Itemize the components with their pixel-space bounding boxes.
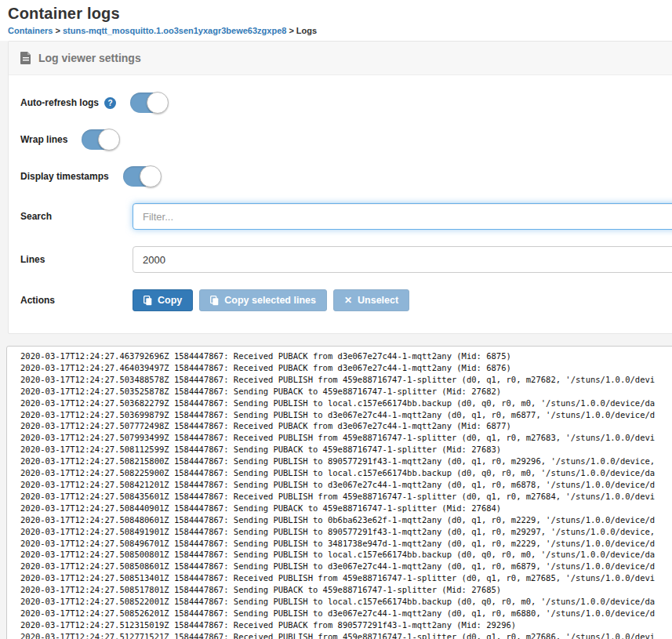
breadcrumb-current: Logs — [296, 26, 317, 35]
help-icon[interactable]: ? — [104, 97, 116, 109]
toggle-knob — [98, 129, 120, 151]
display-timestamps-toggle[interactable] — [123, 166, 160, 187]
toggle-knob — [147, 92, 169, 114]
log-line[interactable]: 2020-03-17T12:24:27.503525878Z 158444786… — [20, 386, 672, 398]
panel-title: Log viewer settings — [38, 52, 141, 64]
unselect-button[interactable]: ✕ Unselect — [333, 289, 409, 311]
lines-input[interactable] — [133, 246, 672, 273]
breadcrumb-link-containers[interactable]: Containers — [8, 26, 53, 35]
log-line[interactable]: 2020-03-17T12:24:27.503682279Z 158444786… — [20, 398, 672, 409]
log-line[interactable]: 2020-03-17T12:24:27.508513401Z 158444786… — [20, 572, 672, 584]
display-timestamps-label: Display timestamps — [20, 171, 109, 182]
log-viewer-settings-panel: Log viewer settings Auto-refresh logs ? … — [8, 41, 672, 334]
lines-row: Lines — [20, 246, 672, 273]
log-line[interactable]: 2020-03-17T12:24:27.508517801Z 158444786… — [20, 584, 672, 596]
actions-label: Actions — [20, 295, 133, 306]
log-line[interactable]: 2020-03-17T12:24:27.503488578Z 158444786… — [20, 374, 672, 386]
log-line[interactable]: 2020-03-17T12:24:27.463792696Z 158444786… — [20, 350, 672, 362]
x-icon: ✕ — [344, 295, 352, 306]
wrap-lines-row: Wrap lines — [20, 129, 672, 150]
log-line[interactable]: 2020-03-17T12:24:27.508526201Z 158444786… — [20, 608, 672, 619]
log-line[interactable]: 2020-03-17T12:24:27.508522001Z 158444786… — [20, 596, 672, 608]
breadcrumb-separator: > — [55, 26, 60, 35]
search-row: Search — [20, 203, 672, 230]
log-line[interactable]: 2020-03-17T12:24:27.508480601Z 158444786… — [20, 514, 672, 526]
log-viewer[interactable]: 2020-03-17T12:24:27.463792696Z 158444786… — [6, 346, 672, 639]
breadcrumb: Containers>stuns-mqtt_mosquitto.1.oo3sen… — [8, 26, 664, 35]
breadcrumb-separator: > — [289, 26, 293, 35]
copy-icon — [210, 296, 219, 306]
toggle-knob — [140, 165, 162, 187]
copy-button[interactable]: Copy — [133, 289, 193, 311]
log-line[interactable]: 2020-03-17T12:24:27.512315019Z 158444786… — [20, 619, 672, 631]
wrap-lines-toggle[interactable] — [82, 129, 118, 150]
search-label: Search — [20, 211, 133, 222]
log-line[interactable]: 2020-03-17T12:24:27.508496701Z 158444786… — [20, 538, 672, 550]
actions-button-group: Copy Copy selected lines ✕ Unselect — [133, 289, 409, 311]
log-line[interactable]: 2020-03-17T12:24:27.508225900Z 158444786… — [20, 467, 672, 479]
wrap-lines-label: Wrap lines — [20, 134, 67, 145]
file-icon — [20, 52, 31, 64]
unselect-button-label: Unselect — [358, 295, 398, 306]
log-line[interactable]: 2020-03-17T12:24:27.508421201Z 158444786… — [20, 479, 672, 491]
page-title: Container logs — [8, 5, 664, 23]
copy-selected-lines-label: Copy selected lines — [224, 295, 316, 306]
breadcrumb-link-container[interactable]: stuns-mqtt_mosquitto.1.oo3sen1yxagr3bewe… — [63, 26, 286, 35]
panel-body: Auto-refresh logs ? Wrap lines Display t… — [9, 75, 672, 333]
log-line[interactable]: 2020-03-17T12:24:27.508440901Z 158444786… — [20, 503, 672, 514]
lines-label: Lines — [20, 254, 133, 265]
copy-selected-lines-button[interactable]: Copy selected lines — [199, 289, 327, 311]
auto-refresh-row: Auto-refresh logs ? — [20, 93, 672, 113]
log-line[interactable]: 2020-03-17T12:24:27.503699879Z 158444786… — [20, 409, 672, 421]
log-line[interactable]: 2020-03-17T12:24:27.508435601Z 158444786… — [20, 491, 672, 503]
search-input[interactable] — [133, 203, 672, 230]
actions-row: Actions Copy — [20, 289, 672, 311]
auto-refresh-label: Auto-refresh logs ? — [20, 97, 116, 109]
log-line[interactable]: 2020-03-17T12:24:27.508215800Z 158444786… — [20, 456, 672, 467]
log-line[interactable]: 2020-03-17T12:24:27.508500801Z 158444786… — [20, 549, 672, 561]
log-line[interactable]: 2020-03-17T12:24:27.507772498Z 158444786… — [20, 420, 672, 432]
log-line[interactable]: 2020-03-17T12:24:27.464039497Z 158444786… — [20, 362, 672, 374]
copy-button-label: Copy — [158, 295, 182, 306]
page-header: Container logs Containers>stuns-mqtt_mos… — [0, 0, 672, 41]
log-line[interactable]: 2020-03-17T12:24:27.507993499Z 158444786… — [20, 432, 672, 444]
copy-icon — [143, 296, 152, 306]
log-line[interactable]: 2020-03-17T12:24:27.508112599Z 158444786… — [20, 444, 672, 456]
display-timestamps-row: Display timestamps — [20, 166, 672, 187]
log-line[interactable]: 2020-03-17T12:24:27.512771521Z 158444786… — [20, 631, 672, 639]
auto-refresh-toggle[interactable] — [130, 93, 167, 113]
panel-header: Log viewer settings — [9, 42, 672, 75]
log-line[interactable]: 2020-03-17T12:24:27.508491901Z 158444786… — [20, 526, 672, 538]
log-line[interactable]: 2020-03-17T12:24:27.508508601Z 158444786… — [20, 561, 672, 572]
